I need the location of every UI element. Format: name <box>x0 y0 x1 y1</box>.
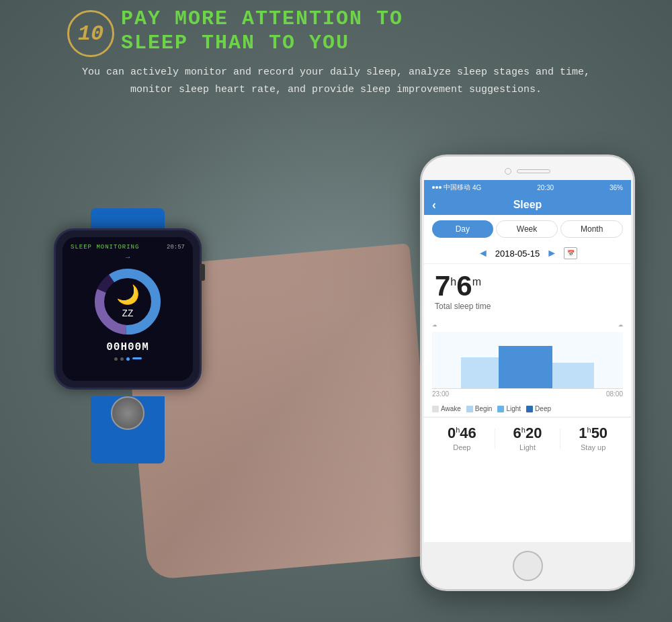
tab-bar: Day Week Month <box>424 215 631 243</box>
battery-label: 36% <box>610 184 623 191</box>
watch-time: 20:57 <box>167 244 185 251</box>
chart-time-start: 23:00 <box>432 390 449 398</box>
watch-arrow-icon: → <box>126 253 130 261</box>
legend: Awake Begin Light Deep <box>424 401 631 417</box>
dot-3-active <box>126 357 130 361</box>
watch-display-time: 00H00M <box>106 341 149 353</box>
smartwatch: SLEEP MONITORING 20:57 → 🌙 ZZ 00H0 <box>40 208 215 463</box>
title-row: 10 PAY MORE ATTENTION TO SLEEP THAN TO Y… <box>67 7 605 57</box>
chart-bar-light2 <box>552 363 594 388</box>
watch-strap-top <box>91 208 165 228</box>
sleep-chart: ☁ ☁ 23:00 08:00 <box>424 314 631 401</box>
stayup-value: 1h50 <box>560 426 626 441</box>
calendar-icon[interactable]: 📅 <box>564 247 577 259</box>
begin-dot <box>466 406 473 412</box>
deep-label: Deep <box>535 405 551 412</box>
light-value: 6h20 <box>495 426 560 441</box>
zzz-text: ZZ <box>122 308 134 319</box>
watch-strap-bottom <box>91 396 165 463</box>
light-stat-label: Light <box>495 443 560 451</box>
watch-screen: SLEEP MONITORING 20:57 → 🌙 ZZ 00H0 <box>62 237 193 381</box>
phone-home-button[interactable] <box>513 551 543 581</box>
app-header: ‹ Sleep <box>424 195 631 215</box>
sleep-minutes-value: 6 <box>456 270 472 302</box>
next-date-arrow[interactable]: ► <box>546 247 557 259</box>
status-time: 20:30 <box>537 184 554 191</box>
phone-top-bar <box>422 157 633 180</box>
title-line2: SLEEP THAN TO YOU <box>121 31 403 55</box>
moon-icon: 🌙 <box>116 283 140 306</box>
awake-label: Awake <box>441 405 461 412</box>
chart-icons: ☁ ☁ <box>427 319 628 329</box>
signal-dot-3 <box>439 186 442 189</box>
chart-bar-deep <box>499 346 552 388</box>
light-hours: 6 <box>513 425 521 441</box>
watch-donut: 🌙 ZZ <box>91 265 165 339</box>
chart-area <box>432 332 623 389</box>
signal-dot-1 <box>432 186 435 189</box>
top-section: 10 PAY MORE ATTENTION TO SLEEP THAN TO Y… <box>67 7 605 98</box>
legend-begin: Begin <box>466 405 493 412</box>
app-title: Sleep <box>513 199 542 211</box>
title-line1: PAY MORE ATTENTION TO <box>121 7 403 31</box>
chart-time-end: 08:00 <box>606 390 623 398</box>
watch-dots <box>114 357 142 361</box>
network-label: 4G <box>472 184 481 191</box>
signal-dots <box>432 186 442 189</box>
legend-deep: Deep <box>526 405 551 412</box>
phone-camera <box>505 168 511 175</box>
dot-1 <box>114 357 118 361</box>
watch-sleep-label: SLEEP MONITORING <box>71 244 139 251</box>
watch-side-button <box>200 264 205 281</box>
stat-light: 6h20 Light <box>495 426 560 451</box>
phone-screen: 中国移动 4G 20:30 36% ‹ Sleep Day Week Month <box>424 180 631 542</box>
minutes-unit: m <box>472 276 481 287</box>
dot-2 <box>120 357 124 361</box>
number-badge: 10 <box>67 10 114 57</box>
signal-dot-2 <box>435 186 438 189</box>
light-dot <box>497 406 504 412</box>
title-text: PAY MORE ATTENTION TO SLEEP THAN TO YOU <box>121 7 403 55</box>
deep-dot <box>526 406 533 412</box>
awake-dot <box>432 406 439 412</box>
back-arrow-icon[interactable]: ‹ <box>432 198 436 212</box>
sleep-time-section: 7h6m Total sleep time <box>424 264 631 314</box>
description: You can actively monitor and record your… <box>67 64 605 98</box>
prev-date-arrow[interactable]: ◄ <box>478 247 489 259</box>
hours-unit: h <box>450 276 456 287</box>
watch-home-button[interactable] <box>111 396 144 430</box>
deep-hours: 0 <box>448 425 456 441</box>
phone-body: 中国移动 4G 20:30 36% ‹ Sleep Day Week Month <box>420 154 635 591</box>
phone-bottom <box>422 542 633 589</box>
stats-row: 0h46 Deep 6h20 Light 1h50 Stay up <box>424 417 631 459</box>
legend-light: Light <box>497 405 521 412</box>
cloud-left-icon: ☁ <box>432 319 437 329</box>
stayup-mins: 50 <box>591 425 607 441</box>
current-date: 2018-05-15 <box>495 249 540 259</box>
light-label: Light <box>506 405 521 412</box>
sleep-hours-value: 7 <box>435 270 450 302</box>
deep-value: 0h46 <box>429 426 495 441</box>
phone: 中国移动 4G 20:30 36% ‹ Sleep Day Week Month <box>420 154 635 591</box>
status-left: 中国移动 4G <box>432 183 481 192</box>
carrier-label: 中国移动 <box>444 183 470 192</box>
tab-week[interactable]: Week <box>496 220 558 238</box>
light-mins: 20 <box>526 425 542 441</box>
status-right: 36% <box>610 184 623 191</box>
watch-center: 🌙 ZZ <box>116 283 140 320</box>
legend-awake: Awake <box>432 405 461 412</box>
stat-deep: 0h46 Deep <box>429 426 495 451</box>
watch-header: SLEEP MONITORING 20:57 <box>68 242 187 252</box>
tab-day[interactable]: Day <box>432 220 493 238</box>
watch-body: SLEEP MONITORING 20:57 → 🌙 ZZ 00H0 <box>54 228 202 390</box>
status-bar: 中国移动 4G 20:30 36% <box>424 180 631 195</box>
stayup-stat-label: Stay up <box>560 443 626 451</box>
chart-time-labels: 23:00 08:00 <box>427 389 628 399</box>
stayup-hours: 1 <box>579 425 587 441</box>
tab-month[interactable]: Month <box>560 220 623 238</box>
dot-line <box>132 357 142 359</box>
begin-label: Begin <box>475 405 493 412</box>
sleep-duration: 7h6m <box>435 272 620 300</box>
phone-speaker <box>517 169 550 173</box>
stat-stayup: 1h50 Stay up <box>560 426 626 451</box>
